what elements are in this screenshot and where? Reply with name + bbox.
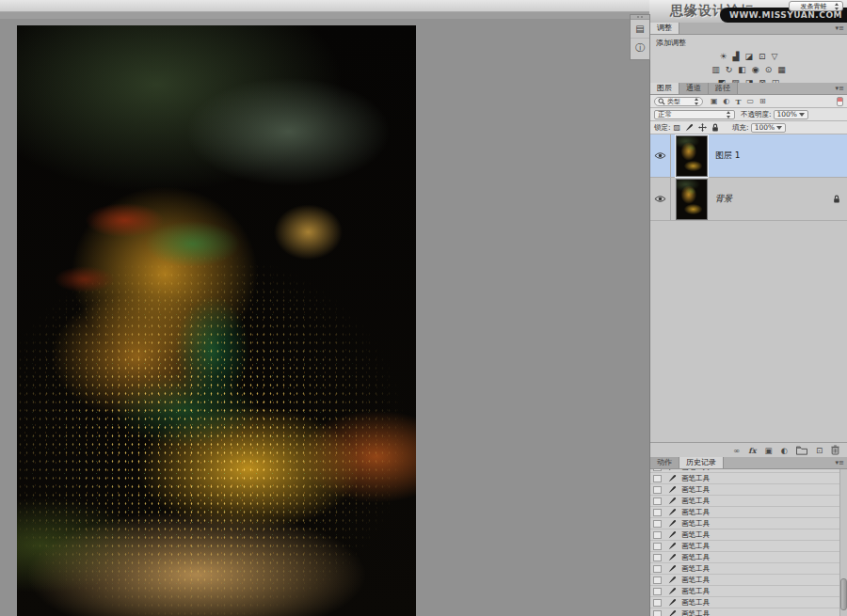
panel-menu-icon[interactable]: ▾≡ [836, 459, 844, 466]
layer-list: 图层 1 背景 [650, 134, 847, 221]
filter-pixel-icon[interactable]: ▣ [711, 97, 718, 105]
layer-thumbnail[interactable] [676, 135, 708, 177]
history-source-checkbox[interactable] [653, 520, 662, 528]
info-panel-icon[interactable]: ⓘ [631, 39, 649, 57]
new-group-button[interactable] [796, 446, 807, 455]
layer-name[interactable]: 背景 [715, 193, 732, 205]
history-entry[interactable]: 画笔工具 [650, 586, 840, 597]
history-entry[interactable]: 画笔工具 [650, 608, 840, 616]
opacity-value: 100% [777, 110, 797, 118]
filter-shape-icon[interactable]: ▭ [747, 97, 755, 105]
tab-actions[interactable]: 动作 [650, 457, 679, 468]
lock-pixels-icon[interactable] [685, 123, 694, 132]
history-entry[interactable]: 画笔工具 [650, 541, 840, 552]
brightness-contrast-icon[interactable]: ☀ [720, 51, 727, 62]
history-entry[interactable]: 画笔工具 [650, 597, 840, 608]
history-entry[interactable]: 画笔工具 [650, 552, 840, 563]
history-source-checkbox[interactable] [653, 469, 662, 471]
scrollbar-thumb[interactable] [840, 578, 847, 610]
add-mask-button[interactable]: ▣ [764, 446, 772, 455]
exposure-icon[interactable]: ⊡ [759, 51, 766, 62]
history-source-checkbox[interactable] [653, 577, 662, 584]
vibrance-icon[interactable]: ▽ [772, 51, 778, 62]
panels-icon[interactable]: ▤ [631, 20, 649, 39]
history-entry[interactable]: 画笔工具 [650, 507, 840, 518]
visibility-toggle[interactable] [650, 134, 671, 177]
filter-adjustment-icon[interactable]: ◐ [724, 97, 730, 105]
curves-icon[interactable]: ◪ [745, 51, 754, 62]
document-canvas[interactable] [0, 19, 649, 616]
black-white-icon[interactable]: ◧ [738, 64, 746, 75]
tab-layers[interactable]: 图层 [650, 83, 679, 94]
new-adjustment-button[interactable]: ◐ [780, 446, 787, 455]
history-source-checkbox[interactable] [653, 554, 662, 561]
history-entry[interactable]: 画笔工具 [650, 529, 840, 541]
history-source-checkbox[interactable] [653, 599, 662, 607]
history-source-checkbox[interactable] [653, 486, 662, 494]
collapsed-panel-dock: ▤ ⓘ [630, 14, 650, 60]
new-layer-button[interactable]: ⊡ [816, 446, 823, 455]
adjustment-icons-row-1: ☀▟◪⊡▽ [650, 49, 847, 62]
lock-row: 锁定: ▨ 填充: 100% [650, 121, 847, 134]
fill-field[interactable]: 100% [751, 123, 786, 133]
link-layers-button[interactable]: ∞ [733, 446, 740, 455]
filter-smartobject-icon[interactable]: ⊞ [759, 97, 766, 105]
tab-adjustments[interactable]: 调整 [650, 23, 679, 34]
history-entry-label: 画笔工具 [681, 609, 710, 616]
hue-saturation-icon[interactable]: ▥ [711, 64, 720, 75]
lock-position-icon[interactable] [698, 123, 707, 132]
levels-icon[interactable]: ▟ [733, 51, 740, 62]
photo-filter-icon[interactable]: ◉ [752, 64, 759, 75]
history-source-checkbox[interactable] [653, 531, 662, 539]
tab-channels[interactable]: 通道 [679, 83, 709, 94]
channel-mixer-icon[interactable]: ⊙ [765, 64, 773, 75]
workspace-select[interactable]: 发条青蛙 [789, 1, 843, 11]
filter-type-icon[interactable]: T [736, 97, 742, 106]
visibility-toggle[interactable] [650, 178, 671, 220]
color-balance-icon[interactable]: ↻ [726, 64, 733, 75]
color-lookup-icon[interactable]: ▦ [777, 64, 786, 75]
brush-tool-icon [668, 530, 677, 539]
brush-tool-icon [668, 598, 677, 607]
brush-tool-icon [668, 469, 677, 471]
history-entry-label: 画笔工具 [681, 553, 710, 562]
tab-history[interactable]: 历史记录 [679, 457, 724, 468]
delete-layer-button[interactable] [831, 445, 839, 455]
history-entry[interactable]: 画笔工具 [650, 496, 840, 507]
history-source-checkbox[interactable] [653, 498, 662, 505]
history-source-checkbox[interactable] [653, 509, 662, 516]
history-entry[interactable]: 画笔工具 [650, 473, 840, 484]
history-source-checkbox[interactable] [653, 610, 662, 616]
stepper-icon [835, 3, 839, 10]
panel-menu-icon[interactable]: ▾≡ [836, 24, 844, 32]
lock-transparency-icon[interactable]: ▨ [674, 123, 681, 132]
history-scrollbar[interactable] [839, 469, 847, 616]
history-entry[interactable]: 画笔工具 [650, 563, 840, 575]
blend-mode-select[interactable]: 正常 [654, 110, 735, 119]
history-source-checkbox[interactable] [653, 588, 662, 595]
brush-tool-icon [668, 497, 677, 505]
filter-kind-select[interactable]: 类型 [654, 97, 703, 106]
lock-all-icon[interactable] [711, 123, 719, 133]
layer-row-background[interactable]: 背景 [650, 178, 847, 221]
history-source-checkbox[interactable] [653, 565, 662, 573]
layer-name[interactable]: 图层 1 [715, 150, 741, 162]
layer-style-button[interactable]: fx [748, 446, 756, 455]
opacity-field[interactable]: 100% [774, 110, 808, 119]
photo-document[interactable] [17, 25, 416, 616]
history-entry[interactable]: 画笔工具 [650, 484, 840, 496]
panel-menu-icon[interactable]: ▾≡ [836, 85, 844, 92]
dropdown-arrow-icon [799, 113, 805, 117]
history-source-checkbox[interactable] [653, 543, 662, 550]
history-entry-label: 画笔工具 [681, 530, 710, 540]
brush-tool-icon [668, 587, 677, 595]
lock-label: 锁定: [654, 123, 671, 133]
layer-thumbnail[interactable] [676, 179, 708, 220]
history-entry-label: 画笔工具 [681, 469, 710, 472]
tab-paths[interactable]: 路径 [709, 83, 738, 94]
history-entry[interactable]: 画笔工具 [650, 518, 840, 529]
filter-toggle-switch[interactable] [837, 97, 843, 106]
history-source-checkbox[interactable] [653, 475, 662, 482]
layer-row-layer1[interactable]: 图层 1 [650, 134, 847, 178]
history-entry[interactable]: 画笔工具 [650, 575, 840, 586]
